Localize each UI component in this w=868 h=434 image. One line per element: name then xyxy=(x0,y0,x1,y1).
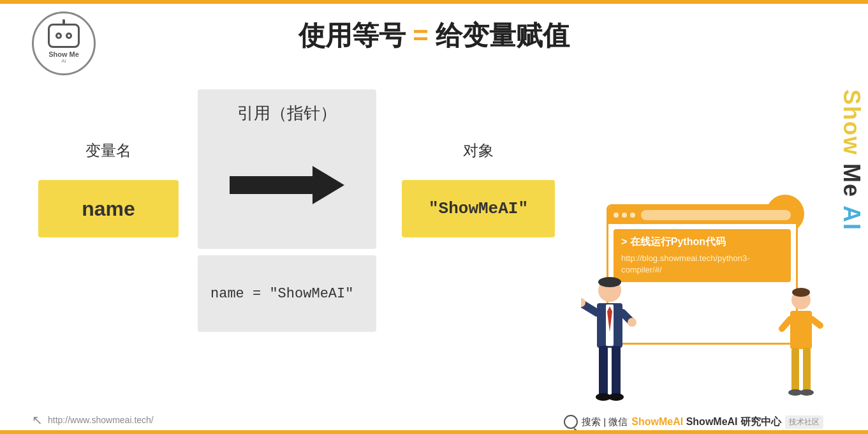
title-text: 使用等号 = 给变量赋值 xyxy=(298,20,570,50)
vertical-ai: AI xyxy=(839,206,865,231)
person-right-illustration xyxy=(779,287,823,402)
svg-line-21 xyxy=(812,319,820,326)
svg-point-19 xyxy=(800,389,814,396)
browser-dot-1 xyxy=(614,213,619,218)
object-section: 对象 "ShowMeAI" xyxy=(395,89,561,237)
reference-label: 引用（指针） xyxy=(237,102,337,124)
svg-point-1 xyxy=(598,277,621,287)
browser-dot-2 xyxy=(622,213,627,218)
browser-title: > 在线运行Python代码 xyxy=(621,236,783,249)
vertical-brand: Show Me AI xyxy=(840,89,863,231)
svg-point-12 xyxy=(608,393,624,401)
footer-url: http://www.showmeai.tech/ xyxy=(48,415,154,425)
svg-rect-15 xyxy=(790,311,812,349)
code-box: name = "ShowMeAI" xyxy=(198,255,376,332)
person-right-svg xyxy=(779,287,823,402)
page-title: 使用等号 = 给变量赋值 xyxy=(0,18,868,54)
person-left-illustration xyxy=(581,274,638,402)
equals-sign: = xyxy=(413,20,429,50)
svg-rect-17 xyxy=(803,348,811,393)
svg-rect-16 xyxy=(791,348,799,393)
bottom-brand: ShowMeAI ShowMeAI 研究中心 xyxy=(631,415,781,429)
variable-name-label: 变量名 xyxy=(85,140,131,161)
bottom-right-bar: 搜索 | 微信 ShowMeAI ShowMeAI 研究中心 技术社区 xyxy=(564,415,823,429)
code-text: name = "ShowMeAI" xyxy=(210,286,353,302)
variable-name-section: 变量名 name xyxy=(32,89,185,237)
footer-cursor-icon: ↖ xyxy=(32,412,43,428)
reference-box: 引用（指针） xyxy=(198,89,376,249)
arrow-body xyxy=(230,176,313,194)
browser-dot-3 xyxy=(630,213,635,218)
arrow-head xyxy=(313,166,344,204)
illustration-section: > 在线运行Python代码 http://blog.showmeai.tech… xyxy=(581,204,823,402)
arrow-container xyxy=(198,156,376,214)
svg-rect-10 xyxy=(612,346,621,397)
object-label: 对象 xyxy=(463,140,494,161)
person-left-svg xyxy=(581,274,638,402)
browser-content: > 在线运行Python代码 http://blog.showmeai.tech… xyxy=(614,229,791,282)
bottom-border xyxy=(0,430,868,434)
reference-section: 引用（指针） name = "ShowMeAI" xyxy=(191,89,383,332)
object-value-box: "ShowMeAI" xyxy=(402,180,555,237)
svg-line-20 xyxy=(782,319,790,329)
search-icon xyxy=(564,415,578,429)
community-label: 技术社区 xyxy=(785,415,823,429)
reference-arrow xyxy=(230,166,344,204)
vertical-show: Show xyxy=(839,89,865,156)
browser-url-bar xyxy=(641,210,791,220)
vertical-me: Me xyxy=(839,163,865,198)
top-border xyxy=(0,0,868,4)
svg-point-14 xyxy=(792,288,810,297)
browser-url: http://blog.showmeai.tech/python3-compil… xyxy=(621,253,783,276)
variable-name-box: name xyxy=(38,180,179,237)
logo-subtext: AI xyxy=(61,58,66,64)
svg-point-8 xyxy=(628,318,636,327)
bottom-brand-rest: ShowMeAI 研究中心 xyxy=(686,416,781,427)
search-label: 搜索 | 微信 xyxy=(582,416,628,428)
footer: ↖ http://www.showmeai.tech/ xyxy=(32,412,154,428)
browser-header xyxy=(608,206,796,224)
svg-rect-9 xyxy=(599,346,608,397)
bottom-brand-highlight: ShowMeAI xyxy=(631,416,683,427)
